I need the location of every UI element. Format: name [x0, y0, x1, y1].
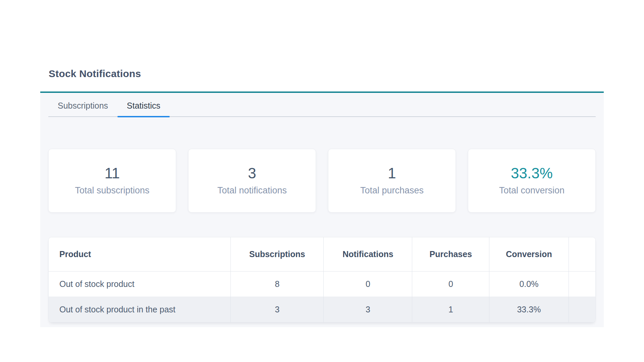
statistics-table-card: Product Subscriptions Notifications Purc… — [48, 237, 596, 322]
stat-card-total-notifications: 3 Total notifications — [188, 149, 316, 213]
table-row: Out of stock product 8 0 0 0.0% — [49, 272, 595, 297]
stat-value: 11 — [105, 166, 120, 181]
column-header-product: Product — [49, 237, 231, 272]
stat-value: 3 — [248, 166, 256, 181]
cell-conversion: 0.0% — [489, 272, 569, 297]
cell-product: Out of stock product in the past — [49, 297, 231, 322]
cell-notifications: 0 — [324, 272, 412, 297]
column-header-notifications: Notifications — [324, 237, 412, 272]
statistics-table: Product Subscriptions Notifications Purc… — [49, 237, 595, 322]
cell-empty — [569, 297, 595, 322]
cell-subscriptions: 3 — [231, 297, 324, 322]
cell-product: Out of stock product — [49, 272, 231, 297]
table-header-row: Product Subscriptions Notifications Purc… — [49, 237, 595, 272]
stat-value: 33.3% — [511, 166, 553, 181]
table-row: Out of stock product in the past 3 3 1 3… — [49, 297, 595, 322]
stat-cards: 11 Total subscriptions 3 Total notificat… — [48, 149, 596, 213]
column-header-empty — [569, 237, 595, 272]
column-header-purchases: Purchases — [412, 237, 489, 272]
column-header-subscriptions: Subscriptions — [231, 237, 324, 272]
cell-conversion: 33.3% — [489, 297, 569, 322]
stat-card-total-subscriptions: 11 Total subscriptions — [48, 149, 176, 213]
tab-subscriptions[interactable]: Subscriptions — [48, 97, 117, 116]
cell-notifications: 3 — [324, 297, 412, 322]
tab-statistics[interactable]: Statistics — [117, 97, 170, 116]
page-title: Stock Notifications — [49, 68, 644, 79]
tab-bar: Subscriptions Statistics — [48, 93, 596, 117]
stat-card-total-conversion: 33.3% Total conversion — [468, 149, 596, 213]
column-header-conversion: Conversion — [489, 237, 569, 272]
cell-empty — [569, 272, 595, 297]
cell-subscriptions: 8 — [231, 272, 324, 297]
cell-purchases: 0 — [412, 272, 489, 297]
stat-label: Total notifications — [217, 185, 287, 196]
stat-label: Total purchases — [360, 185, 424, 196]
stock-notifications-panel: Subscriptions Statistics 11 Total subscr… — [40, 92, 604, 327]
cell-purchases: 1 — [412, 297, 489, 322]
stat-card-total-purchases: 1 Total purchases — [328, 149, 456, 213]
stat-label: Total conversion — [499, 185, 565, 196]
stat-label: Total subscriptions — [75, 185, 149, 196]
stat-value: 1 — [388, 166, 396, 181]
